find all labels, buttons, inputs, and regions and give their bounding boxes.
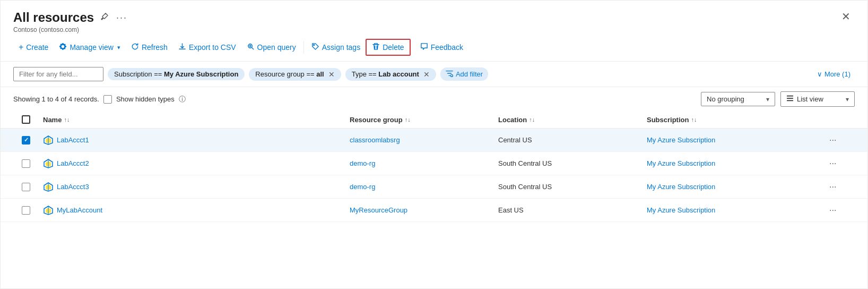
close-button[interactable]: ✕ (837, 8, 855, 25)
row-name-link[interactable]: LabAccct3 (57, 183, 89, 191)
row-actions: ··· (823, 199, 855, 222)
row-name-link[interactable]: LabAccct2 (57, 159, 89, 167)
gear-icon (59, 42, 67, 52)
show-hidden-checkbox[interactable] (103, 95, 112, 104)
assign-tags-button[interactable]: Assign tags (306, 39, 366, 55)
row-subscription: My Azure Subscription (643, 202, 823, 218)
download-icon (178, 42, 186, 52)
feedback-icon (420, 42, 428, 52)
delete-button[interactable]: Delete (366, 39, 410, 56)
row-resource-group-link[interactable]: MyResourceGroup (350, 206, 407, 214)
add-filter-button[interactable]: Add filter (440, 67, 488, 81)
row-name: LabAccct2 (39, 154, 345, 173)
row-ellipsis-button[interactable]: ··· (827, 180, 838, 194)
th-subscription: Subscription ↑↓ (643, 111, 823, 128)
row-resource-group: demo-rg (345, 155, 494, 172)
records-right: No grouping ▾ List view ▾ (701, 91, 855, 107)
svg-point-1 (314, 45, 315, 46)
chevron-down-icon-more: ∨ (817, 70, 822, 78)
row-actions: ··· (823, 176, 855, 198)
records-bar: Showing 1 to 4 of 4 records. Show hidden… (1, 87, 867, 111)
name-sort-icon[interactable]: ↑↓ (64, 116, 70, 123)
row-ellipsis-button[interactable]: ··· (827, 203, 838, 217)
delete-icon (372, 42, 380, 52)
resource-type-icon (43, 182, 54, 192)
row-resource-group: demo-rg (345, 178, 494, 195)
row-name: LabAccct3 (39, 177, 345, 197)
manage-view-button[interactable]: Manage view ▾ (54, 39, 126, 55)
resource-type-icon (43, 205, 54, 216)
view-select[interactable]: List view ▾ (780, 91, 855, 107)
row-checkbox[interactable] (22, 136, 30, 144)
records-count: Showing 1 to 4 of 4 records. (13, 95, 99, 103)
type-filter-close[interactable]: ✕ (423, 70, 430, 79)
row-checkbox[interactable] (22, 159, 30, 168)
subscription-sort-icon[interactable]: ↑↓ (691, 116, 697, 123)
svg-rect-5 (787, 100, 793, 101)
row-location-text: Central US (498, 136, 532, 144)
row-name: LabAccct1 (39, 131, 345, 150)
subtitle: Contoso (contoso.com) (13, 26, 128, 33)
row-name-link[interactable]: LabAccct1 (57, 136, 89, 144)
info-icon[interactable]: ⓘ (179, 95, 186, 104)
toolbar-separator (303, 41, 304, 54)
row-location: South Central US (494, 178, 643, 195)
row-checkbox-cell (13, 202, 39, 219)
row-ellipsis-button[interactable]: ··· (827, 157, 838, 171)
svg-rect-3 (787, 96, 793, 97)
more-filters-button[interactable]: ∨ More (1) (813, 68, 855, 80)
th-resource-group: Resource group ↑↓ (345, 111, 494, 128)
subscription-filter-label: Subscription == My Azure Subscription (114, 70, 238, 78)
row-location-text: East US (498, 206, 524, 214)
row-checkbox-cell (13, 132, 39, 149)
plus-icon: + (19, 42, 23, 52)
pin-icon[interactable] (99, 11, 110, 24)
row-checkbox-cell (13, 155, 39, 172)
row-checkbox[interactable] (22, 206, 30, 215)
th-location-label: Location (498, 116, 527, 124)
table-row: MyLabAccount MyResourceGroup East US My … (1, 199, 867, 222)
row-subscription-link[interactable]: My Azure Subscription (647, 206, 715, 214)
row-resource-group: MyResourceGroup (345, 202, 494, 218)
row-subscription-link[interactable]: My Azure Subscription (647, 183, 715, 191)
row-resource-group-link[interactable]: classroomlabsrg (350, 136, 400, 144)
row-resource-group-link[interactable]: demo-rg (350, 183, 375, 191)
chevron-down-icon: ▾ (117, 44, 120, 51)
row-ellipsis-button[interactable]: ··· (827, 133, 838, 147)
location-sort-icon[interactable]: ↑↓ (529, 116, 535, 123)
row-subscription: My Azure Subscription (643, 155, 823, 172)
table-row: LabAccct3 demo-rg South Central US My Az… (1, 175, 867, 199)
th-actions (823, 111, 855, 128)
row-subscription-link[interactable]: My Azure Subscription (647, 159, 715, 167)
page-title: All resources (13, 10, 94, 25)
feedback-button[interactable]: Feedback (415, 39, 468, 55)
header-checkbox-cell (13, 111, 39, 128)
more-options-icon[interactable]: ··· (115, 11, 128, 24)
row-subscription-link[interactable]: My Azure Subscription (647, 136, 715, 144)
all-resources-panel: All resources ··· Contoso (contoso.com) … (0, 0, 868, 289)
tag-icon (311, 42, 319, 52)
resource-type-icon (43, 135, 54, 146)
th-name: Name ↑↓ (39, 111, 345, 128)
row-resource-group-link[interactable]: demo-rg (350, 159, 375, 167)
grouping-select[interactable]: No grouping ▾ (701, 92, 775, 106)
refresh-button[interactable]: Refresh (126, 39, 173, 55)
subscription-filter-chip: Subscription == My Azure Subscription (108, 68, 245, 80)
row-checkbox[interactable] (22, 183, 30, 191)
row-location-text: South Central US (498, 159, 552, 167)
th-subscription-label: Subscription (647, 116, 689, 124)
header-checkbox[interactable] (22, 115, 30, 124)
open-query-button[interactable]: Open query (241, 39, 301, 55)
th-location: Location ↑↓ (494, 111, 643, 128)
resource-group-sort-icon[interactable]: ↑↓ (405, 116, 411, 123)
title-area: All resources ··· Contoso (contoso.com) (13, 10, 128, 33)
row-name-link[interactable]: MyLabAccount (57, 206, 102, 214)
title-row: All resources ··· (13, 10, 128, 25)
row-subscription: My Azure Subscription (643, 132, 823, 148)
export-csv-button[interactable]: Export to CSV (173, 39, 241, 55)
row-subscription: My Azure Subscription (643, 178, 823, 195)
filter-input[interactable] (13, 67, 103, 81)
resource-group-filter-close[interactable]: ✕ (328, 70, 335, 79)
query-icon (247, 42, 255, 52)
create-button[interactable]: + Create (13, 39, 54, 55)
